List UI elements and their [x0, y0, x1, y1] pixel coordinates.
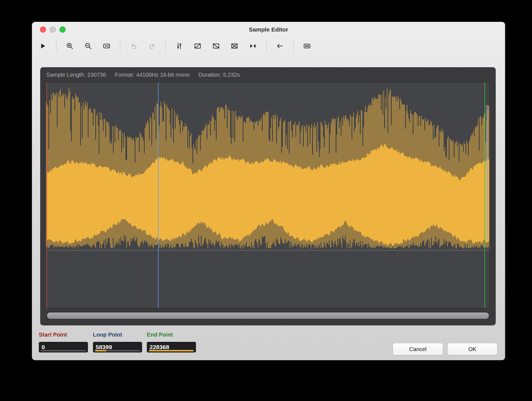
- crossfade-button[interactable]: [228, 40, 241, 52]
- screen: Sample Editor: [0, 0, 532, 401]
- start-point-group: Start Point 0: [39, 332, 95, 352]
- undo-button[interactable]: [127, 40, 140, 52]
- end-point-group: End Point 228368: [147, 332, 203, 352]
- left-arrow-icon: [276, 42, 284, 50]
- toolbar: [32, 37, 505, 55]
- duration-value: 5.232s: [223, 72, 240, 78]
- end-point-input[interactable]: 228368: [147, 342, 196, 352]
- zoom-to-selection-icon: [103, 42, 111, 50]
- trim-button[interactable]: [246, 40, 260, 52]
- editor-panel: Sample Length: 230736 Format: 44100Hz 16…: [40, 67, 496, 325]
- start-point-accent-track: [41, 350, 86, 351]
- adjust-levels-button[interactable]: [172, 40, 186, 52]
- loop-point-accent-track: [95, 350, 140, 351]
- fade-in-button[interactable]: [191, 40, 204, 52]
- loop-point-group: Loop Point 58399: [93, 332, 149, 352]
- duration-info: Duration: 5.232s: [198, 72, 240, 78]
- toolbar-divider: [120, 41, 120, 51]
- toolbar-divider: [266, 41, 267, 51]
- waveform-scrollbar[interactable]: [46, 312, 490, 320]
- redo-button[interactable]: [145, 40, 159, 52]
- crossfade-icon: [231, 42, 238, 50]
- zoom-out-button[interactable]: [82, 40, 95, 52]
- toolbar-divider: [56, 41, 56, 51]
- waveform-display[interactable]: [46, 82, 490, 308]
- fit-loop-button[interactable]: [300, 40, 314, 52]
- sample-length-value: 230736: [87, 72, 106, 78]
- loop-point-accent: [95, 350, 106, 351]
- fade-in-icon: [194, 42, 202, 50]
- end-point-accent: [149, 350, 193, 351]
- loop-point-input[interactable]: 58399: [93, 342, 142, 352]
- shift-left-button[interactable]: [273, 40, 287, 52]
- close-button[interactable]: [40, 26, 46, 33]
- zoom-to-selection-button[interactable]: [100, 40, 113, 52]
- sample-length-label: Sample Length:: [46, 72, 85, 78]
- titlebar[interactable]: Sample Editor: [32, 22, 505, 37]
- format-info: Format: 44100Hz 16-bit mono: [115, 72, 190, 78]
- zoom-out-icon: [84, 42, 92, 50]
- zoom-window-button[interactable]: [59, 26, 66, 33]
- window-title: Sample Editor: [249, 26, 288, 33]
- toolbar-divider: [293, 41, 294, 51]
- format-value: 44100Hz 16-bit mono: [136, 72, 190, 78]
- duration-label: Duration:: [198, 72, 221, 78]
- fade-out-icon: [212, 42, 220, 50]
- zoom-in-button[interactable]: [63, 40, 76, 52]
- sample-length-info: Sample Length: 230736: [46, 72, 106, 78]
- fade-out-button[interactable]: [209, 40, 223, 52]
- trim-icon: [249, 42, 257, 50]
- format-label: Format:: [115, 72, 134, 78]
- cancel-button[interactable]: Cancel: [393, 343, 443, 355]
- traffic-lights: [40, 22, 66, 37]
- start-point-value: 0: [42, 344, 45, 351]
- waveform-canvas[interactable]: [46, 83, 489, 308]
- sample-info-bar: Sample Length: 230736 Format: 44100Hz 16…: [40, 67, 496, 78]
- end-point-value: 228368: [150, 344, 169, 351]
- redo-icon: [148, 42, 156, 50]
- end-point-label: End Point: [147, 332, 203, 338]
- adjust-levels-icon: [175, 42, 183, 50]
- fit-loop-icon: [303, 42, 311, 50]
- sample-editor-window: Sample Editor: [32, 22, 505, 360]
- ok-button[interactable]: OK: [447, 343, 497, 355]
- play-button[interactable]: [36, 40, 49, 52]
- zoom-in-icon: [66, 42, 74, 50]
- loop-point-value: 58399: [96, 344, 112, 351]
- play-icon: [39, 42, 46, 50]
- toolbar-divider: [166, 41, 166, 51]
- loop-point-label: Loop Point: [93, 332, 149, 338]
- waveform-scrollbar-thumb[interactable]: [47, 312, 489, 319]
- undo-icon: [130, 42, 138, 50]
- start-point-input[interactable]: 0: [39, 342, 88, 352]
- end-point-accent-track: [149, 350, 194, 351]
- start-point-label: Start Point: [39, 332, 95, 338]
- minimize-button[interactable]: [50, 26, 56, 33]
